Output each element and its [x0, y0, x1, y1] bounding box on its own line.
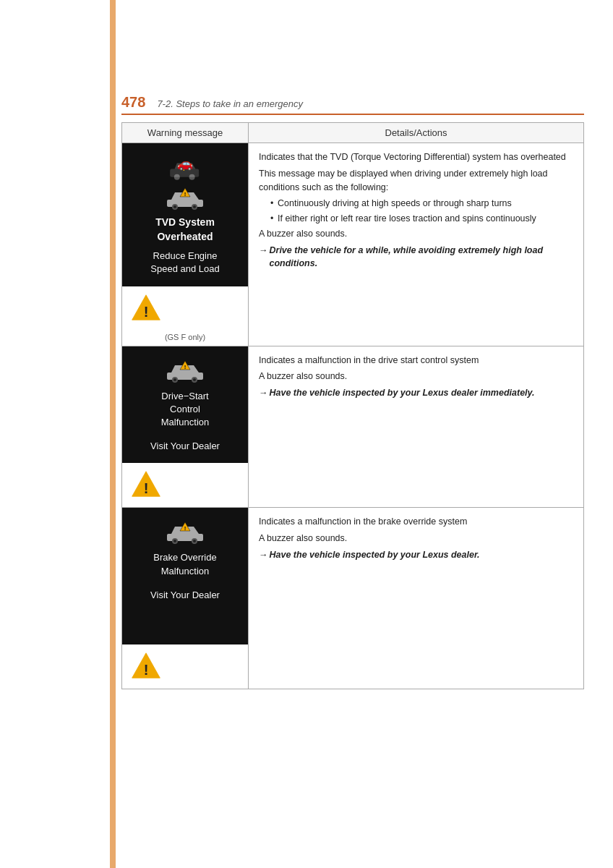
svg-point-9 — [173, 205, 176, 208]
warning-cell-drive: ! Drive−Start Control Malfunction Visit … — [122, 346, 249, 508]
details-intro-brake: Indicates a malfunction in the brake ove… — [259, 515, 573, 529]
left-bar-decoration — [110, 0, 116, 868]
warning-triangle-icon: ! — [131, 294, 161, 321]
details-cell-brake: Indicates a malfunction in the brake ove… — [249, 508, 584, 689]
warning-triangle-area-drive: ! — [122, 463, 248, 507]
table-row: ! Drive−Start Control Malfunction Visit … — [122, 346, 584, 508]
car-icon: ! 🚗 — [168, 159, 202, 182]
warning-icon-drive: ! — [129, 359, 241, 383]
warning-panel-drive: ! Drive−Start Control Malfunction Visit … — [122, 346, 248, 464]
svg-text:!: ! — [184, 191, 187, 197]
arrow-symbol: → — [259, 244, 268, 258]
details-intro-tvd: Indicates that the TVD (Torque Vectoring… — [259, 150, 573, 164]
warning-triangle-icon-drive: ! — [131, 470, 161, 498]
svg-text:!: ! — [144, 662, 149, 678]
arrow-symbol: → — [259, 386, 268, 400]
page-number: 478 — [121, 94, 145, 111]
svg-text:!: ! — [184, 525, 187, 532]
warning-cell-brake: ! Brake Override Malfunction Visit Your … — [122, 508, 249, 689]
warning-icon-brake: ! — [129, 521, 241, 544]
details-cell-tvd: Indicates that the TVD (Torque Vectoring… — [249, 143, 584, 346]
tvd-note: (GS F only) — [122, 331, 248, 346]
svg-point-29 — [173, 540, 176, 542]
car-icon-area-tvd: ! 🚗 — [129, 153, 241, 187]
svg-point-19 — [173, 378, 176, 381]
warning-triangle-area-brake: ! — [122, 644, 248, 689]
arrow-symbol: → — [259, 548, 268, 562]
details-note-tvd: This message may be displayed when drivi… — [259, 167, 573, 195]
page-title: 7-2. Steps to take in an emergency — [157, 98, 303, 109]
details-cell-drive: Indicates a malfunction in the drive sta… — [249, 346, 584, 508]
panel-visit-brake: Visit Your Dealer — [129, 589, 241, 602]
panel-title-tvd-line1: TVD System Overheated — [129, 216, 241, 244]
table-row: ! 🚗 — [122, 143, 584, 346]
details-buzzer-brake: A buzzer also sounds. — [259, 532, 573, 545]
list-item: Continuously driving at high speeds or t… — [270, 197, 573, 210]
panel-visit-drive: Visit Your Dealer — [129, 440, 241, 453]
details-bullets-tvd: Continuously driving at high speeds or t… — [270, 197, 573, 226]
svg-point-31 — [193, 540, 196, 542]
warning-panel-brake: ! Brake Override Malfunction Visit Your … — [122, 508, 248, 644]
page-container: 478 7-2. Steps to take in an emergency W… — [0, 0, 613, 868]
details-action-tvd: → Drive the vehicle for a while, while a… — [259, 244, 573, 271]
svg-point-2 — [174, 174, 180, 180]
svg-point-21 — [193, 378, 196, 381]
details-buzzer-tvd: A buzzer also sounds. — [259, 227, 573, 241]
svg-text:🚗: 🚗 — [177, 159, 193, 171]
details-intro-drive: Indicates a malfunction in the drive sta… — [259, 354, 573, 367]
warning-table: Warning message Details/Actions — [121, 122, 584, 689]
svg-text:!: ! — [144, 480, 149, 496]
col-details-header: Details/Actions — [249, 123, 584, 143]
page-header: 478 7-2. Steps to take in an emergency — [121, 94, 584, 115]
warning-icon-tvd: ! — [129, 187, 241, 210]
svg-point-3 — [189, 174, 195, 180]
table-row: ! Brake Override Malfunction Visit Your … — [122, 508, 584, 689]
panel-text-brake: Brake Override Malfunction — [129, 551, 241, 577]
details-action-brake: → Have the vehicle inspected by your Lex… — [259, 548, 573, 562]
list-item: If either right or left rear tire loses … — [270, 212, 573, 226]
page-content: 478 7-2. Steps to take in an emergency W… — [121, 0, 584, 689]
warning-panel-tvd: ! 🚗 — [122, 143, 248, 286]
panel-text-drive: Drive−Start Control Malfunction — [129, 390, 241, 430]
svg-text:!: ! — [144, 304, 149, 320]
warning-triangle-area-tvd: ! — [122, 286, 248, 331]
warning-cell-tvd: ! 🚗 — [122, 143, 249, 346]
details-buzzer-drive: A buzzer also sounds. — [259, 370, 573, 383]
svg-point-11 — [193, 205, 196, 208]
col-warning-header: Warning message — [122, 123, 249, 143]
svg-text:!: ! — [184, 364, 187, 370]
panel-subtitle-tvd: Reduce Engine Speed and Load — [129, 250, 241, 276]
details-action-drive: → Have the vehicle inspected by your Lex… — [259, 386, 573, 400]
warning-triangle-icon-brake: ! — [131, 652, 161, 679]
